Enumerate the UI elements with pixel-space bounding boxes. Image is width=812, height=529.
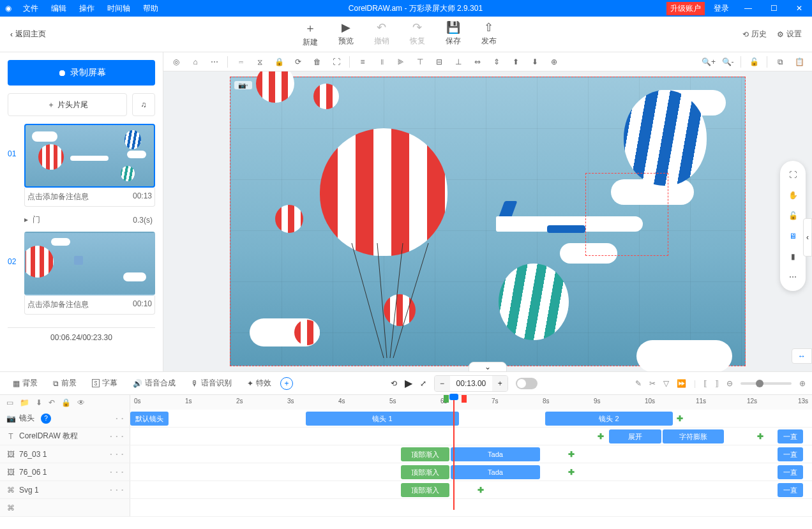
tab-subtitle[interactable]: 🅂字幕 [86,375,124,391]
align-top-icon[interactable]: ⊤ [411,54,429,70]
align-bottom-icon[interactable]: ⊥ [449,54,467,70]
transition-row[interactable]: ▸ 门 0.3(s) [8,212,155,232]
unlock-icon[interactable]: 🔓 [745,54,763,70]
collapse-tab[interactable]: ⌄ [469,362,507,372]
tab-effects[interactable]: ✦特效 [241,375,278,391]
clip-tail[interactable]: 一直 [778,429,803,443]
in-point-icon[interactable]: ⟦ [703,379,707,388]
zoom-out-icon[interactable]: 🔍- [719,54,737,70]
copy-icon[interactable]: ⧉ [771,54,789,70]
timecode-dec[interactable]: − [435,376,450,391]
crop-icon[interactable]: ⛶ [327,54,345,70]
add-clip-button[interactable]: ✚ [566,449,577,460]
side-toggle-button[interactable]: ↔ [792,348,812,364]
zoom-timeline-out[interactable]: ⊖ [726,379,733,388]
clip-tail[interactable]: 一直 [778,483,803,497]
lock-open-icon[interactable]: 🔓 [786,209,799,222]
marker-green[interactable] [444,395,449,403]
timeline-ruler[interactable]: 0s 1s 2s 3s 4s 5s 6s 7s 8s 9s 10s 11s 12… [130,395,812,410]
scene-item-1[interactable]: 01 点击添加备注信息00:13 [8,124,155,207]
toolbar-publish[interactable]: ⇧发布 [481,20,497,48]
tab-asr[interactable]: 🎙语音识别 [184,375,238,391]
align-middle-icon[interactable]: ⊟ [430,54,448,70]
snap-toggle[interactable] [516,378,538,389]
center-icon[interactable]: ⊕ [545,54,563,70]
monitor-icon[interactable]: 🖥 [786,230,799,242]
clip-camera-2[interactable]: 镜头 2 [545,412,673,426]
track-head[interactable]: 🖼 76_03 1 ••• [0,445,130,463]
speed-icon[interactable]: ⏩ [677,379,686,388]
scene-item-2[interactable]: 02 点击添加备注信息00:10 [8,232,155,315]
dist-v-icon[interactable]: ⇕ [488,54,506,70]
filter-icon[interactable]: ▽ [663,379,669,388]
selection-rect[interactable] [585,173,668,256]
rewind-icon[interactable]: ⟲ [391,379,397,388]
edit-icon[interactable]: ✎ [635,379,642,388]
music-button[interactable]: ♫ [132,93,155,116]
menu-edit[interactable]: 编辑 [45,0,73,17]
playhead[interactable] [453,395,455,510]
scene-note[interactable]: 点击添加备注信息 [27,299,89,310]
record-screen-button[interactable]: ⏺ 录制屏幕 [8,60,155,86]
fullscreen-icon[interactable]: ⛶ [786,168,799,181]
menu-file[interactable]: 文件 [17,0,45,17]
track-head[interactable]: ⌘ Svg 1 ••• [0,481,130,498]
eye-icon[interactable]: 👁 [77,398,85,407]
layer-down-icon[interactable]: ⬇ [526,54,544,70]
clip-tada[interactable]: Tada [451,447,540,461]
track-head[interactable]: T CorelDRAW 教程 ••• [0,428,130,445]
add-clip-button[interactable]: ✚ [674,413,686,424]
out-point-icon[interactable]: ⟧ [715,379,719,388]
scene-thumbnail[interactable] [24,124,155,188]
track-head[interactable]: 📷 镜头 ? •• [0,410,130,427]
timecode-value[interactable]: 00:13.00 [450,379,493,388]
toolbar-save[interactable]: 💾保存 [446,20,461,48]
clip-camera-1[interactable]: 镜头 1 [306,412,459,426]
play-button[interactable]: ▶ [405,377,412,389]
upgrade-badge[interactable]: 升级账户 [666,2,705,15]
side-expand-button[interactable]: ‹ [803,218,812,257]
timecode-inc[interactable]: + [492,376,508,391]
add-clip-button[interactable]: ✚ [595,431,606,442]
trash-icon[interactable]: 🗑 [308,54,326,70]
folder-icon[interactable]: 📁 [20,398,29,407]
scene-note[interactable]: 点击添加备注信息 [27,191,89,202]
collapse-tracks-icon[interactable]: ▭ [6,398,13,407]
expand-icon[interactable]: ⤢ [420,379,426,388]
clip-top-fade-in[interactable]: 顶部渐入 [401,447,449,461]
zoom-timeline-in[interactable]: ⊕ [799,379,806,388]
align-center-h-icon[interactable]: ⫴ [373,54,391,70]
hand-icon[interactable]: ✋ [786,189,799,202]
paste-icon[interactable]: 📋 [790,54,808,70]
toolbar-preview[interactable]: ▶预览 [338,20,354,48]
window-close[interactable]: ✕ [786,0,812,17]
toolbar-history[interactable]: ⟲历史 [742,29,767,40]
down-icon[interactable]: ⬇ [36,398,42,407]
toolbar-settings[interactable]: ⚙设置 [777,29,802,40]
clip-top-fade-in[interactable]: 顶部渐入 [401,483,449,497]
clip-tada[interactable]: Tada [451,465,540,479]
clip-char-inflate[interactable]: 字符膨胀 [663,429,724,443]
zoom-slider[interactable] [741,382,792,385]
clip-tail[interactable]: 一直 [778,447,803,461]
track-head[interactable]: 🖼 76_06 1 ••• [0,463,130,481]
add-tab-button[interactable]: + [280,377,293,390]
home-icon[interactable]: ⌂ [186,54,204,70]
zoom-in-icon[interactable]: 🔍+ [700,54,718,70]
lock-icon[interactable]: 🔒 [270,54,288,70]
refresh-icon[interactable]: ⟳ [289,54,307,70]
more-h-icon[interactable]: ⋯ [786,271,799,283]
clip-tail[interactable]: 一直 [778,465,803,479]
login-button[interactable]: 登录 [707,0,735,17]
timer-icon[interactable]: ⧖ [251,54,269,70]
help-icon[interactable]: ? [41,414,51,424]
toolbar-redo[interactable]: ↷恢复 [410,20,425,48]
tab-tts[interactable]: 🔊语音合成 [126,375,182,391]
head-tail-button[interactable]: ＋片头片尾 [8,93,127,116]
toolbar-undo[interactable]: ↶撤销 [374,20,389,48]
clip-expand[interactable]: 展开 [609,429,661,443]
track-head[interactable]: ⌘ [0,499,130,516]
align-right-icon[interactable]: ⫸ [392,54,410,70]
device-icon[interactable]: ▮ [786,250,799,263]
tab-foreground[interactable]: ⧉前景 [47,375,83,391]
